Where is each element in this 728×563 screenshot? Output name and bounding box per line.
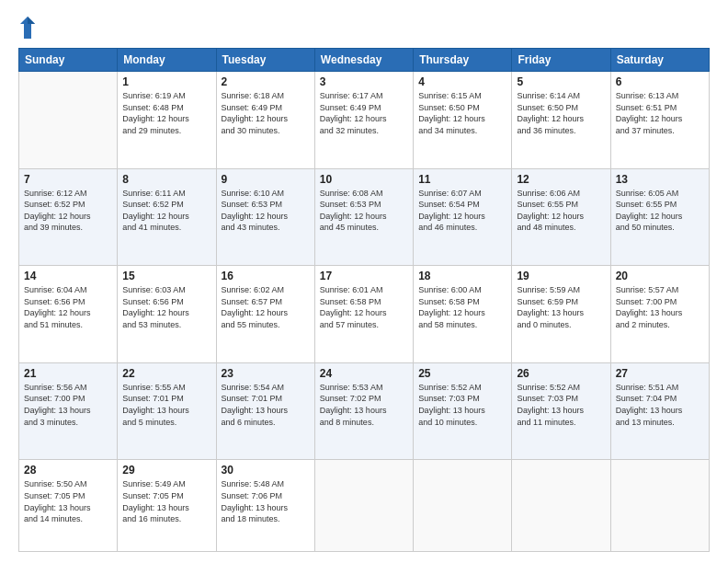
day-number: 1 [122, 75, 210, 88]
day-number: 11 [418, 173, 506, 186]
day-number: 22 [122, 367, 210, 380]
calendar-cell: 30Sunrise: 5:48 AM Sunset: 7:06 PM Dayli… [216, 460, 314, 552]
day-info: Sunrise: 5:52 AM Sunset: 7:03 PM Dayligh… [418, 382, 506, 428]
calendar-week-row: 21Sunrise: 5:56 AM Sunset: 7:00 PM Dayli… [19, 362, 710, 460]
day-number: 2 [222, 75, 310, 88]
logo-icon [18, 15, 37, 40]
day-info: Sunrise: 5:48 AM Sunset: 7:06 PM Dayligh… [222, 478, 310, 524]
calendar-cell: 14Sunrise: 6:04 AM Sunset: 6:56 PM Dayli… [19, 266, 118, 363]
day-number: 13 [616, 173, 704, 186]
day-info: Sunrise: 5:52 AM Sunset: 7:03 PM Dayligh… [517, 382, 605, 428]
day-info: Sunrise: 5:51 AM Sunset: 7:04 PM Dayligh… [616, 382, 704, 428]
calendar-cell [19, 72, 118, 169]
calendar-cell: 12Sunrise: 6:06 AM Sunset: 6:55 PM Dayli… [512, 168, 610, 266]
header [18, 15, 710, 40]
weekday-header-tuesday: Tuesday [216, 49, 314, 72]
day-info: Sunrise: 6:07 AM Sunset: 6:54 PM Dayligh… [418, 188, 506, 234]
calendar-cell: 25Sunrise: 5:52 AM Sunset: 7:03 PM Dayli… [414, 362, 512, 460]
weekday-header-monday: Monday [118, 49, 216, 72]
day-number: 4 [418, 75, 506, 88]
day-info: Sunrise: 5:53 AM Sunset: 7:02 PM Dayligh… [320, 382, 408, 428]
calendar-cell: 1Sunrise: 6:19 AM Sunset: 6:48 PM Daylig… [118, 72, 216, 169]
day-number: 3 [320, 75, 408, 88]
day-number: 10 [320, 173, 408, 186]
calendar-cell: 21Sunrise: 5:56 AM Sunset: 7:00 PM Dayli… [19, 362, 118, 460]
calendar-cell: 17Sunrise: 6:01 AM Sunset: 6:58 PM Dayli… [314, 266, 413, 363]
calendar-cell: 10Sunrise: 6:08 AM Sunset: 6:53 PM Dayli… [314, 168, 413, 266]
day-info: Sunrise: 6:18 AM Sunset: 6:49 PM Dayligh… [222, 90, 310, 136]
calendar-week-row: 14Sunrise: 6:04 AM Sunset: 6:56 PM Dayli… [19, 266, 710, 363]
calendar-cell: 2Sunrise: 6:18 AM Sunset: 6:49 PM Daylig… [216, 72, 314, 169]
day-info: Sunrise: 5:54 AM Sunset: 7:01 PM Dayligh… [222, 382, 310, 428]
day-number: 7 [24, 173, 112, 186]
weekday-header-friday: Friday [512, 49, 610, 72]
day-number: 27 [616, 367, 704, 380]
day-info: Sunrise: 5:57 AM Sunset: 7:00 PM Dayligh… [616, 284, 704, 330]
calendar-cell: 4Sunrise: 6:15 AM Sunset: 6:50 PM Daylig… [414, 72, 512, 169]
day-number: 26 [517, 367, 605, 380]
day-info: Sunrise: 6:04 AM Sunset: 6:56 PM Dayligh… [24, 284, 112, 330]
weekday-header-saturday: Saturday [610, 49, 709, 72]
day-number: 30 [222, 464, 310, 477]
day-info: Sunrise: 5:50 AM Sunset: 7:05 PM Dayligh… [24, 478, 112, 524]
calendar-cell: 29Sunrise: 5:49 AM Sunset: 7:05 PM Dayli… [118, 460, 216, 552]
day-number: 15 [122, 270, 210, 282]
page: SundayMondayTuesdayWednesdayThursdayFrid… [0, 0, 728, 563]
calendar-week-row: 1Sunrise: 6:19 AM Sunset: 6:48 PM Daylig… [19, 72, 710, 169]
calendar-cell: 15Sunrise: 6:03 AM Sunset: 6:56 PM Dayli… [118, 266, 216, 363]
day-number: 29 [122, 464, 210, 477]
day-info: Sunrise: 6:19 AM Sunset: 6:48 PM Dayligh… [122, 90, 210, 136]
calendar-cell: 23Sunrise: 5:54 AM Sunset: 7:01 PM Dayli… [216, 362, 314, 460]
day-info: Sunrise: 6:13 AM Sunset: 6:51 PM Dayligh… [616, 90, 704, 136]
calendar-cell: 9Sunrise: 6:10 AM Sunset: 6:53 PM Daylig… [216, 168, 314, 266]
day-info: Sunrise: 5:55 AM Sunset: 7:01 PM Dayligh… [122, 382, 210, 428]
calendar-cell: 3Sunrise: 6:17 AM Sunset: 6:49 PM Daylig… [314, 72, 413, 169]
svg-marker-1 [28, 17, 35, 24]
day-info: Sunrise: 6:06 AM Sunset: 6:55 PM Dayligh… [517, 188, 605, 234]
day-info: Sunrise: 6:02 AM Sunset: 6:57 PM Dayligh… [222, 284, 310, 330]
calendar-cell [512, 460, 610, 552]
day-info: Sunrise: 6:15 AM Sunset: 6:50 PM Dayligh… [418, 90, 506, 136]
day-number: 24 [320, 367, 408, 380]
day-info: Sunrise: 6:11 AM Sunset: 6:52 PM Dayligh… [122, 188, 210, 234]
calendar-cell: 16Sunrise: 6:02 AM Sunset: 6:57 PM Dayli… [216, 266, 314, 363]
calendar-cell [414, 460, 512, 552]
day-info: Sunrise: 5:56 AM Sunset: 7:00 PM Dayligh… [24, 382, 112, 428]
calendar-cell [314, 460, 413, 552]
weekday-header-row: SundayMondayTuesdayWednesdayThursdayFrid… [19, 49, 710, 72]
calendar-cell: 8Sunrise: 6:11 AM Sunset: 6:52 PM Daylig… [118, 168, 216, 266]
day-info: Sunrise: 5:59 AM Sunset: 6:59 PM Dayligh… [517, 284, 605, 330]
calendar-cell: 28Sunrise: 5:50 AM Sunset: 7:05 PM Dayli… [19, 460, 118, 552]
day-number: 19 [517, 270, 605, 282]
day-info: Sunrise: 5:49 AM Sunset: 7:05 PM Dayligh… [122, 478, 210, 524]
day-info: Sunrise: 6:12 AM Sunset: 6:52 PM Dayligh… [24, 188, 112, 234]
calendar-cell: 20Sunrise: 5:57 AM Sunset: 7:00 PM Dayli… [610, 266, 709, 363]
calendar-cell: 27Sunrise: 5:51 AM Sunset: 7:04 PM Dayli… [610, 362, 709, 460]
day-info: Sunrise: 6:17 AM Sunset: 6:49 PM Dayligh… [320, 90, 408, 136]
day-info: Sunrise: 6:05 AM Sunset: 6:55 PM Dayligh… [616, 188, 704, 234]
day-info: Sunrise: 6:08 AM Sunset: 6:53 PM Dayligh… [320, 188, 408, 234]
day-info: Sunrise: 6:01 AM Sunset: 6:58 PM Dayligh… [320, 284, 408, 330]
day-number: 25 [418, 367, 506, 380]
calendar-cell: 7Sunrise: 6:12 AM Sunset: 6:52 PM Daylig… [19, 168, 118, 266]
calendar-cell: 5Sunrise: 6:14 AM Sunset: 6:50 PM Daylig… [512, 72, 610, 169]
calendar-cell: 24Sunrise: 5:53 AM Sunset: 7:02 PM Dayli… [314, 362, 413, 460]
day-number: 20 [616, 270, 704, 282]
calendar-table: SundayMondayTuesdayWednesdayThursdayFrid… [18, 48, 710, 552]
calendar-cell: 13Sunrise: 6:05 AM Sunset: 6:55 PM Dayli… [610, 168, 709, 266]
day-number: 21 [24, 367, 112, 380]
day-number: 12 [517, 173, 605, 186]
calendar-cell: 11Sunrise: 6:07 AM Sunset: 6:54 PM Dayli… [414, 168, 512, 266]
weekday-header-wednesday: Wednesday [314, 49, 413, 72]
day-info: Sunrise: 6:10 AM Sunset: 6:53 PM Dayligh… [222, 188, 310, 234]
calendar-cell [610, 460, 709, 552]
day-number: 8 [122, 173, 210, 186]
logo [18, 15, 40, 40]
weekday-header-thursday: Thursday [414, 49, 512, 72]
day-number: 5 [517, 75, 605, 88]
calendar-cell: 26Sunrise: 5:52 AM Sunset: 7:03 PM Dayli… [512, 362, 610, 460]
day-info: Sunrise: 6:00 AM Sunset: 6:58 PM Dayligh… [418, 284, 506, 330]
day-number: 14 [24, 270, 112, 282]
day-number: 23 [222, 367, 310, 380]
calendar-cell: 18Sunrise: 6:00 AM Sunset: 6:58 PM Dayli… [414, 266, 512, 363]
